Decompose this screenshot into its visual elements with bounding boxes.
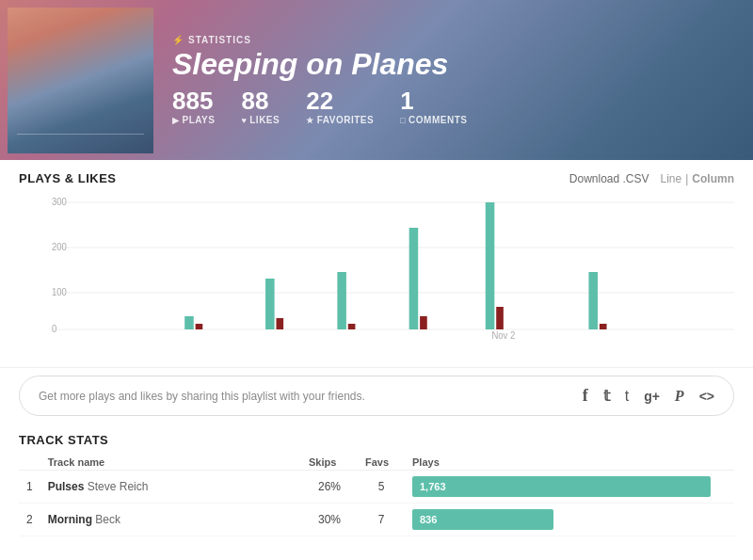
comments-stat: 1 □ COMMENTS bbox=[400, 88, 467, 125]
favorites-count: 22 bbox=[306, 88, 374, 113]
header: ⚡ STATISTICS Sleeping on Planes 885 ▶ PL… bbox=[0, 0, 753, 160]
plays-stat: 885 ▶ PLAYS bbox=[172, 88, 215, 125]
embed-icon[interactable]: <> bbox=[699, 389, 714, 404]
track-number: 1 bbox=[19, 471, 40, 504]
track-title: Sleeping on Planes bbox=[172, 49, 753, 79]
facebook-icon[interactable]: f bbox=[583, 386, 588, 406]
chart-controls: Download .CSV Line | Column bbox=[569, 172, 734, 185]
plays-bar-label: 836 bbox=[420, 514, 437, 525]
track-plays-cell: 1,763 bbox=[405, 471, 734, 504]
track-favs: 5 bbox=[358, 471, 405, 504]
track-stats-title: TRACK STATS bbox=[19, 433, 734, 447]
view-mode-toggle: Line | Column bbox=[661, 172, 734, 185]
svg-text:Nov 2: Nov 2 bbox=[491, 330, 515, 339]
track-favs: 7 bbox=[358, 504, 405, 536]
track-plays-cell: 836 bbox=[405, 504, 734, 536]
track-name: Pulses bbox=[48, 480, 85, 493]
likes-icon: ♥ bbox=[241, 116, 247, 125]
view-mode-separator: | bbox=[685, 172, 688, 185]
svg-text:300: 300 bbox=[52, 197, 67, 207]
header-info: ⚡ STATISTICS Sleeping on Planes 885 ▶ PL… bbox=[172, 21, 753, 139]
view-column-option[interactable]: Column bbox=[692, 172, 734, 185]
svg-rect-14 bbox=[409, 228, 419, 329]
statistics-label: ⚡ STATISTICS bbox=[172, 35, 753, 45]
header-stats: 885 ▶ PLAYS 88 ♥ LIKES 22 ★ FAVORITES bbox=[172, 88, 753, 125]
plays-bar-label: 1,763 bbox=[420, 481, 446, 492]
col-track-header: Track name bbox=[40, 455, 301, 471]
track-table: Track name Skips Favs Plays 1 Pulses Ste… bbox=[19, 455, 734, 536]
tumblr-icon[interactable]: t bbox=[625, 388, 629, 405]
svg-rect-19 bbox=[600, 324, 607, 329]
download-csv-link[interactable]: Download .CSV bbox=[569, 172, 649, 185]
svg-rect-17 bbox=[496, 307, 504, 329]
svg-rect-9 bbox=[196, 324, 203, 329]
chart-svg: 300 200 100 0 Nov 2 bbox=[52, 193, 734, 339]
track-skips: 30% bbox=[301, 504, 358, 536]
likes-label: ♥ LIKES bbox=[241, 115, 280, 125]
view-line-option[interactable]: Line bbox=[661, 172, 682, 185]
comments-icon: □ bbox=[400, 116, 406, 125]
track-table-body: 1 Pulses Steve Reich 26% 5 1,763 2 Morni… bbox=[19, 471, 734, 536]
table-row: 1 Pulses Steve Reich 26% 5 1,763 bbox=[19, 471, 734, 504]
svg-rect-8 bbox=[184, 316, 194, 329]
table-header-row: Track name Skips Favs Plays bbox=[19, 455, 734, 471]
plays-likes-title: PLAYS & LIKES bbox=[19, 171, 117, 185]
favorites-stat: 22 ★ FAVORITES bbox=[306, 88, 374, 125]
favorites-icon: ★ bbox=[306, 116, 314, 125]
col-plays-header: Plays bbox=[405, 455, 734, 471]
share-text: Get more plays and likes by sharing this… bbox=[39, 390, 365, 403]
likes-stat: 88 ♥ LIKES bbox=[241, 88, 280, 125]
svg-text:0: 0 bbox=[52, 324, 57, 334]
track-name-cell: Pulses Steve Reich bbox=[40, 471, 301, 504]
album-art bbox=[8, 8, 153, 153]
plays-bar: 836 bbox=[412, 509, 553, 530]
share-banner: Get more plays and likes by sharing this… bbox=[19, 376, 734, 416]
track-stats-section: TRACK STATS Track name Skips Favs Plays … bbox=[0, 424, 753, 536]
statistics-text: STATISTICS bbox=[188, 35, 251, 45]
svg-rect-16 bbox=[486, 202, 495, 329]
comments-label: □ COMMENTS bbox=[400, 115, 467, 125]
plays-likes-section: PLAYS & LIKES Download .CSV Line | Colum… bbox=[0, 160, 753, 368]
track-skips: 26% bbox=[301, 471, 358, 504]
statistics-icon: ⚡ bbox=[172, 35, 184, 45]
table-row: 2 Morning Beck 30% 7 836 bbox=[19, 504, 734, 536]
col-skips-header: Skips bbox=[301, 455, 358, 471]
pinterest-icon[interactable]: P bbox=[675, 388, 684, 405]
comments-count: 1 bbox=[400, 88, 467, 113]
twitter-icon[interactable]: 𝕥 bbox=[603, 387, 610, 405]
share-icons: f 𝕥 t g+ P <> bbox=[583, 386, 714, 406]
svg-text:100: 100 bbox=[52, 287, 67, 297]
track-name-cell: Morning Beck bbox=[40, 504, 301, 536]
plays-label: ▶ PLAYS bbox=[172, 115, 215, 125]
col-num-header bbox=[19, 455, 40, 471]
svg-rect-18 bbox=[588, 272, 598, 329]
track-name: Morning bbox=[48, 513, 92, 526]
plays-likes-header: PLAYS & LIKES Download .CSV Line | Colum… bbox=[19, 171, 734, 185]
track-number: 2 bbox=[19, 504, 40, 536]
svg-text:200: 200 bbox=[52, 242, 67, 252]
svg-rect-12 bbox=[337, 272, 346, 329]
chart-container: 300 200 100 0 Nov 2 bbox=[19, 193, 734, 358]
svg-rect-15 bbox=[420, 316, 427, 329]
likes-count: 88 bbox=[241, 88, 280, 113]
track-artist: Steve Reich bbox=[88, 480, 149, 493]
svg-rect-10 bbox=[265, 279, 275, 329]
track-artist: Beck bbox=[95, 513, 120, 526]
favorites-label: ★ FAVORITES bbox=[306, 115, 374, 125]
googleplus-icon[interactable]: g+ bbox=[644, 389, 660, 404]
plays-bar: 1,763 bbox=[412, 476, 711, 497]
svg-rect-13 bbox=[348, 324, 356, 329]
plays-count: 885 bbox=[172, 88, 215, 113]
svg-rect-11 bbox=[276, 318, 283, 329]
col-favs-header: Favs bbox=[358, 455, 405, 471]
plays-icon: ▶ bbox=[172, 116, 180, 125]
